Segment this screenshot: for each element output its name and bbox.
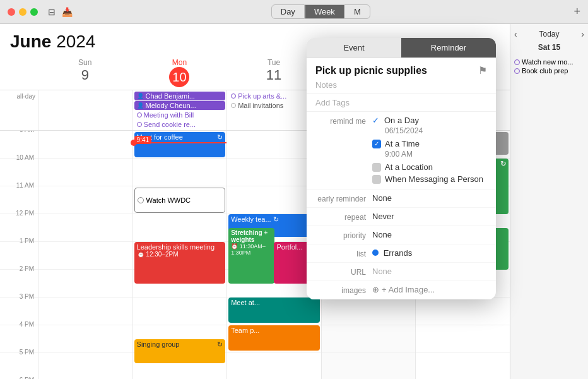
event-watch-wwdc[interactable]: Watch WWDC — [134, 188, 226, 213]
fullscreen-button[interactable] — [30, 8, 38, 16]
allday-sun — [38, 90, 132, 130]
avatar-icon: 👤 — [137, 102, 144, 109]
list-label: list — [315, 248, 372, 258]
url-value[interactable]: None — [372, 267, 487, 276]
allday-label: all-day — [0, 90, 38, 130]
images-row: images ⊕ + Add Image... — [307, 281, 496, 299]
early-reminder-label: early reminder — [315, 193, 372, 203]
col-header-mon: Mon 10 — [132, 56, 227, 90]
close-button[interactable] — [8, 8, 15, 16]
calendar-main: June 2024 Sun 9 Mon 10 Tue 11 W ... Sat — [0, 24, 588, 379]
when-messaging-row: When Messaging a Person — [372, 174, 487, 184]
event-team-p[interactable]: Team p... — [228, 325, 320, 351]
next-month-button[interactable]: › — [581, 29, 584, 39]
event-meet-at[interactable]: Meet at... — [228, 298, 320, 323]
traffic-lights — [8, 8, 38, 16]
tab-day[interactable]: Day — [271, 4, 305, 19]
plus-icon: ⊕ — [372, 285, 379, 294]
at-a-time-row: ✓ At a Time — [372, 139, 487, 148]
day-col-mon: 9:41 Meet for coffee ↻ Watch WWDC Leader… — [132, 131, 227, 379]
priority-row: priority None — [307, 226, 496, 244]
event-dot — [231, 93, 236, 99]
right-events: Watch new mo... Book club prep — [510, 56, 588, 77]
event-dot — [514, 68, 520, 74]
time-labels: 9 AM 10 AM 11 AM 12 PM 1 PM 2 PM 3 PM 4 … — [0, 131, 38, 379]
tab-month[interactable]: M — [344, 4, 370, 19]
allday-event[interactable]: Send cookie re... — [134, 120, 226, 129]
at-a-location-checkbox[interactable] — [372, 163, 381, 172]
url-row: URL None — [307, 263, 496, 281]
list-color-dot — [372, 250, 379, 256]
modal-remind-me-row: remind me ✓ On a Day 06/15/2024 ✓ At a T… — [307, 112, 496, 190]
event-leadership[interactable]: Leadership skills meeting ⏰ 12:30–2PM — [134, 242, 226, 284]
remind-me-content: ✓ On a Day 06/15/2024 ✓ At a Time 9:00 A… — [372, 116, 487, 185]
current-time-badge: 9:41 — [134, 136, 151, 144]
nav-tabs: Day Week M — [271, 4, 370, 19]
on-a-day-date: 06/15/2024 — [372, 126, 487, 135]
at-a-location-label: At a Location — [385, 162, 433, 172]
allday-event[interactable]: Meeting with Bill — [134, 111, 226, 119]
early-reminder-row: early reminder None — [307, 190, 496, 208]
allday-event[interactable]: 👤 Chad Benjami... — [134, 92, 226, 100]
on-a-day-row: ✓ On a Day — [372, 116, 487, 125]
images-label: images — [315, 285, 372, 295]
at-a-time-value: 9:00 AM — [372, 150, 487, 159]
list-value[interactable]: Errands — [372, 248, 487, 258]
month-year-label: June 2024 — [10, 32, 95, 52]
checkmark-icon: ✓ — [372, 116, 379, 125]
right-event[interactable]: Watch new mo... — [514, 58, 584, 66]
at-a-location-row: At a Location — [372, 162, 487, 172]
remind-me-label: remind me — [315, 116, 372, 126]
repeat-label: repeat — [315, 212, 372, 222]
modal-title: Pick up picnic supplies — [315, 65, 427, 76]
event-dot — [514, 59, 520, 65]
right-event[interactable]: Book club prep — [514, 67, 584, 75]
early-reminder-value[interactable]: None — [372, 193, 487, 203]
today-button[interactable]: Today — [539, 30, 559, 39]
on-a-day-label: On a Day — [384, 116, 419, 125]
list-row: list Errands — [307, 244, 496, 263]
priority-label: priority — [315, 230, 372, 240]
event-singing[interactable]: Singing group ↻ — [134, 339, 226, 363]
modal-tab-reminder[interactable]: Reminder — [401, 38, 496, 57]
modal-tags[interactable]: Add Tags — [307, 94, 496, 112]
sidebar-toggle-icon[interactable]: ⊟ — [48, 7, 56, 17]
url-label: URL — [315, 267, 372, 277]
modal-tabs: Event Reminder — [307, 38, 496, 58]
prev-month-button[interactable]: ‹ — [514, 29, 517, 39]
mini-nav: ‹ Today › — [510, 24, 588, 42]
titlebar-icons: ⊟ 📥 — [48, 7, 73, 17]
inbox-icon[interactable]: 📥 — [62, 7, 73, 17]
reminder-modal[interactable]: Event Reminder Pick up picnic supplies ⚑… — [307, 38, 496, 299]
modal-title-row: Pick up picnic supplies ⚑ — [307, 58, 496, 79]
add-image-button[interactable]: ⊕ + Add Image... — [372, 285, 487, 294]
priority-value[interactable]: None — [372, 230, 487, 239]
at-a-time-checkbox[interactable]: ✓ — [372, 140, 381, 148]
right-panel: ‹ Today › Sat 15 Watch new mo... Book cl… — [510, 24, 588, 379]
flag-button[interactable]: ⚑ — [478, 64, 487, 76]
repeat-value[interactable]: Never — [372, 212, 487, 221]
allday-event[interactable]: 👤 Melody Cheun... — [134, 101, 226, 110]
titlebar: ⊟ 📥 Day Week M + — [0, 0, 588, 24]
repeat-row: repeat Never — [307, 208, 496, 226]
when-messaging-checkbox[interactable] — [372, 175, 381, 184]
event-dot — [137, 122, 142, 127]
add-event-button[interactable]: + — [573, 5, 580, 18]
when-messaging-label: When Messaging a Person — [385, 174, 483, 184]
modal-notes[interactable]: Notes — [307, 79, 496, 94]
day-col-sun — [38, 131, 132, 379]
tab-week[interactable]: Week — [305, 4, 344, 19]
time-label-5pm: 5 PM — [0, 353, 38, 379]
modal-tab-event[interactable]: Event — [307, 38, 401, 57]
event-stretching[interactable]: Stretching +weights ⏰ 11:30AM–1:30PM — [228, 228, 274, 284]
event-circle — [138, 197, 144, 203]
allday-mon: 👤 Chad Benjami... 👤 Melody Cheun... Meet… — [132, 90, 227, 130]
event-dot — [231, 103, 236, 108]
mini-date-label: Sat 15 — [510, 42, 588, 56]
event-dot — [137, 112, 142, 117]
at-a-time-label: At a Time — [385, 139, 420, 148]
avatar-icon: 👤 — [137, 93, 144, 99]
minimize-button[interactable] — [19, 8, 26, 16]
col-header-sun: Sun 9 — [38, 56, 132, 90]
